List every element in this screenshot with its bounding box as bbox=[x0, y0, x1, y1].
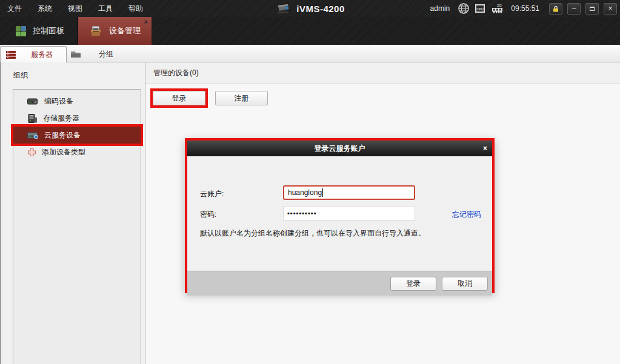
menu-tools[interactable]: 工具 bbox=[98, 4, 113, 14]
cloud-account-label: 云账户: bbox=[200, 189, 224, 199]
minimize-button[interactable]: – bbox=[567, 3, 581, 15]
tab-control-panel-label: 控制面板 bbox=[33, 25, 64, 36]
sub-tabbar: 服务器 分组 bbox=[0, 45, 620, 62]
password-value: •••••••••• bbox=[287, 210, 317, 217]
cpu-usage-icon[interactable]: CPU bbox=[474, 3, 486, 14]
close-button[interactable]: × bbox=[604, 3, 617, 15]
camera-icon bbox=[275, 3, 291, 14]
folder-icon bbox=[70, 50, 82, 59]
tab-server[interactable]: 服务器 bbox=[0, 46, 67, 62]
menu-view[interactable]: 视图 bbox=[68, 4, 82, 14]
tree-item-cloud-device[interactable]: 云服务设备 bbox=[13, 127, 141, 144]
app-title: iVMS-4200 bbox=[296, 4, 345, 14]
cloud-account-value: huanglong bbox=[288, 188, 322, 197]
maximize-button[interactable] bbox=[585, 3, 599, 15]
add-plus-icon bbox=[27, 148, 36, 157]
dialog-title: 登录云服务账户 bbox=[315, 144, 365, 153]
menu-file[interactable]: 文件 bbox=[7, 4, 22, 14]
dialog-footer: 登录 取消 bbox=[187, 271, 492, 296]
dialog-close-icon[interactable]: × bbox=[483, 141, 487, 156]
menu-help[interactable]: 帮助 bbox=[128, 4, 143, 14]
cloud-account-input[interactable]: huanglong bbox=[283, 185, 415, 200]
control-panel-icon bbox=[16, 26, 26, 36]
storage-server-icon bbox=[27, 114, 38, 123]
svg-text:2G: 2G bbox=[497, 4, 502, 7]
titlebar-status: admin CPU 2G bbox=[430, 3, 620, 15]
tab-group[interactable]: 分组 bbox=[68, 46, 147, 62]
tab-device-management-label: 设备管理 bbox=[109, 25, 141, 36]
tab-device-management[interactable]: 设备管理 × bbox=[78, 17, 152, 45]
annotation-box-login: 登录 bbox=[150, 88, 208, 108]
cloud-register-button[interactable]: 注册 bbox=[215, 91, 268, 105]
tab-close-icon[interactable]: × bbox=[144, 19, 148, 25]
text-caret bbox=[322, 188, 323, 197]
managed-devices-header: 管理的设备(0) bbox=[145, 62, 620, 84]
tree-item-label: 云服务设备 bbox=[44, 130, 81, 141]
minimize-icon: – bbox=[572, 4, 576, 13]
cloud-login-dialog: 登录云服务账户 × 云账户: huanglong 密码: •••••••••• … bbox=[185, 138, 495, 293]
dialog-titlebar: 登录云服务账户 × bbox=[187, 141, 492, 156]
tree-item-add-device-type[interactable]: 添加设备类型 bbox=[13, 144, 141, 160]
dialog-login-button[interactable]: 登录 bbox=[390, 277, 436, 291]
dialog-body: 云账户: huanglong 密码: •••••••••• 忘记密码 默认以账户… bbox=[187, 156, 492, 271]
tree-item-label: 编码设备 bbox=[44, 96, 73, 107]
password-label: 密码: bbox=[200, 210, 216, 220]
tab-group-label: 分组 bbox=[99, 49, 113, 59]
menubar: 文件 系统 视图 工具 帮助 bbox=[0, 4, 143, 14]
close-icon: × bbox=[608, 4, 612, 13]
organization-header: 组织 bbox=[1, 62, 145, 81]
menu-system[interactable]: 系统 bbox=[38, 4, 52, 14]
clock: 09:55:51 bbox=[511, 4, 539, 13]
tab-control-panel[interactable]: 控制面板 bbox=[0, 17, 78, 45]
tab-server-label: 服务器 bbox=[31, 50, 53, 60]
lock-icon bbox=[553, 5, 559, 12]
titlebar: 文件 系统 视图 工具 帮助 iVMS-4200 admin bbox=[0, 0, 620, 17]
ram-usage-icon[interactable]: 2G bbox=[491, 3, 504, 14]
server-icon bbox=[5, 50, 16, 59]
tree-item-storage-server[interactable]: 存储服务器 bbox=[13, 110, 141, 127]
encoding-device-icon bbox=[27, 98, 39, 105]
current-user: admin bbox=[430, 4, 450, 13]
device-management-icon bbox=[89, 24, 102, 38]
tree-item-label: 添加设备类型 bbox=[42, 147, 85, 157]
device-type-tree: 编码设备 存储服务器 bbox=[13, 89, 141, 364]
app-logo-area: iVMS-4200 bbox=[275, 3, 345, 14]
tree-item-label: 存储服务器 bbox=[43, 113, 79, 124]
cloud-device-icon bbox=[27, 131, 39, 139]
dialog-note: 默认以账户名为分组名称创建分组，也可以在导入界面自行导入通道。 bbox=[200, 228, 425, 239]
maximize-icon bbox=[590, 7, 595, 11]
lock-button[interactable] bbox=[549, 3, 562, 15]
app-window: 文件 系统 视图 工具 帮助 iVMS-4200 admin bbox=[0, 0, 620, 364]
network-globe-icon[interactable] bbox=[458, 3, 469, 14]
main-tabbar: 控制面板 设备管理 × bbox=[0, 17, 620, 45]
svg-text:CPU: CPU bbox=[477, 7, 484, 11]
cloud-login-button[interactable]: 登录 bbox=[153, 91, 205, 105]
dialog-cancel-button[interactable]: 取消 bbox=[442, 277, 488, 291]
organization-panel: 组织 编码设备 bbox=[1, 62, 145, 364]
tree-item-encoding-device[interactable]: 编码设备 bbox=[13, 93, 141, 110]
password-input[interactable]: •••••••••• bbox=[283, 206, 415, 220]
forgot-password-link[interactable]: 忘记密码 bbox=[452, 210, 481, 220]
